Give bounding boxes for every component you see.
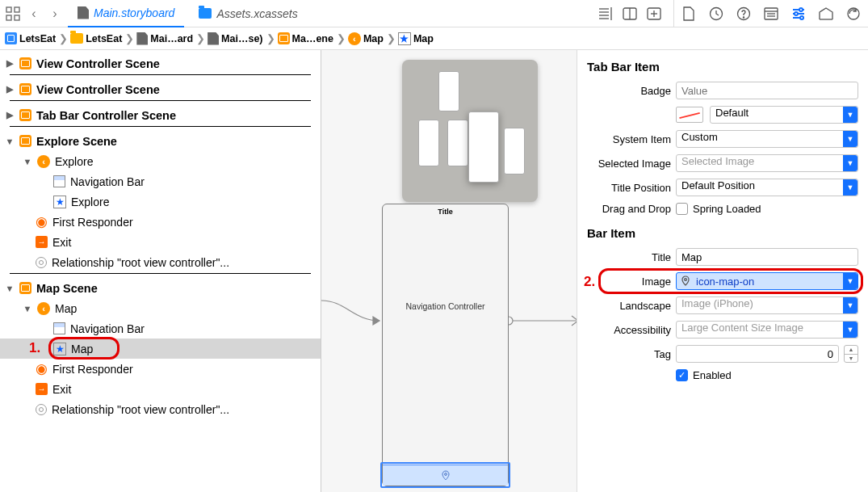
outline-row-first-responder[interactable]: ◉First Responder bbox=[0, 212, 321, 232]
outline-row-map-item[interactable]: ★Map 1. bbox=[0, 339, 321, 359]
chevron-down-icon: ▼ bbox=[843, 107, 858, 123]
star-icon: ★ bbox=[398, 32, 411, 45]
tag-stepper[interactable]: ▲▼ bbox=[844, 345, 858, 363]
crumb-controller[interactable]: Map bbox=[363, 33, 384, 44]
device-tabbar[interactable] bbox=[383, 465, 508, 486]
nav-back-icon[interactable]: ‹ bbox=[26, 6, 42, 22]
outline-row-first-responder-map[interactable]: ◉First Responder bbox=[0, 359, 321, 379]
outline-row-exit-map[interactable]: Exit bbox=[0, 379, 321, 399]
scene-icon bbox=[19, 135, 31, 147]
outline-label: Exit bbox=[52, 236, 71, 249]
select-placeholder: Selected Image bbox=[681, 155, 754, 167]
outline-row-tabbarscene[interactable]: ▶Tab Bar Controller Scene bbox=[0, 105, 321, 125]
crumb-item[interactable]: Map bbox=[413, 33, 434, 44]
label-badge: Badge bbox=[587, 85, 671, 97]
stepper-up-icon[interactable]: ▲ bbox=[845, 346, 858, 355]
outline-label: Exit bbox=[52, 383, 71, 396]
selected-image-select[interactable]: Selected Image▼ bbox=[676, 154, 858, 172]
device-titlebar: Title bbox=[383, 204, 508, 219]
chevron-down-icon: ▼ bbox=[843, 297, 858, 313]
label-tag: Tag bbox=[587, 348, 671, 360]
chevron-down-icon: ▼ bbox=[843, 273, 858, 289]
nav-forward-icon[interactable]: › bbox=[47, 6, 63, 22]
scene-icon bbox=[278, 32, 290, 44]
device-nav-controller-label: Navigation Controller bbox=[383, 301, 508, 311]
file-inspector-icon[interactable] bbox=[681, 6, 697, 22]
file-icon bbox=[136, 32, 148, 45]
outline-row-navbar-map[interactable]: Navigation Bar bbox=[0, 318, 321, 339]
outline-row-vcscene2[interactable]: ▶View Controller Scene bbox=[0, 79, 321, 99]
spring-loaded-label: Spring Loaded bbox=[693, 203, 761, 215]
history-inspector-icon[interactable] bbox=[708, 6, 724, 22]
related-items-icon[interactable] bbox=[5, 6, 21, 22]
outline-row-mapscene[interactable]: ▼Map Scene bbox=[0, 278, 321, 298]
outline-row-navbar-explore[interactable]: Navigation Bar bbox=[0, 171, 321, 191]
controller-icon: ‹ bbox=[37, 155, 50, 168]
outline-row-relationship-map[interactable]: Relationship "root view controller"... bbox=[0, 399, 321, 419]
document-outline[interactable]: ▶View Controller Scene ▶View Controller … bbox=[0, 50, 321, 492]
adjust-editor-icon[interactable] bbox=[622, 6, 638, 22]
identity-inspector-icon[interactable] bbox=[763, 6, 779, 22]
controller-icon: ‹ bbox=[348, 32, 361, 45]
outline-label: Navigation Bar bbox=[70, 322, 145, 335]
outline-row-map[interactable]: ▼‹Map bbox=[0, 298, 321, 318]
map-pin-icon bbox=[440, 470, 451, 481]
crumb-file[interactable]: Mai…ard bbox=[150, 33, 193, 44]
image-select[interactable]: icon-map-on ⊖ ▼ bbox=[676, 272, 858, 290]
select-placeholder: Image (iPhone) bbox=[681, 297, 753, 309]
tab-main-storyboard[interactable]: Main.storyboard bbox=[68, 0, 184, 27]
label-accessibility: Accessibility bbox=[587, 324, 671, 336]
outline-row-exit[interactable]: Exit bbox=[0, 232, 321, 252]
stepper-down-icon[interactable]: ▼ bbox=[845, 355, 858, 363]
spring-loaded-checkbox[interactable] bbox=[676, 203, 688, 215]
system-item-select[interactable]: Custom▼ bbox=[676, 130, 858, 148]
title-input[interactable] bbox=[676, 248, 858, 266]
file-icon bbox=[208, 32, 219, 45]
outline-label: View Controller Scene bbox=[36, 57, 160, 70]
badge-style-select[interactable]: Default▼ bbox=[710, 106, 858, 124]
select-value: Default bbox=[715, 107, 748, 119]
chevron-down-icon: ▼ bbox=[843, 131, 858, 147]
star-icon: ★ bbox=[53, 343, 66, 355]
outline-row-relationship[interactable]: Relationship "root view controller"... bbox=[0, 252, 321, 272]
cube-icon: ◉ bbox=[36, 216, 48, 228]
outline-label: Map bbox=[55, 302, 77, 315]
storyboard-canvas[interactable]: Title Navigation Controller bbox=[321, 50, 577, 492]
tab-label: Assets.xcassets bbox=[216, 7, 297, 20]
crumb-folder[interactable]: LetsEat bbox=[86, 33, 122, 44]
outline-row-vcscene1[interactable]: ▶View Controller Scene bbox=[0, 53, 321, 74]
outline-label: Explore bbox=[71, 196, 109, 208]
tag-input[interactable] bbox=[676, 345, 839, 363]
scene-thumbnails[interactable] bbox=[402, 60, 538, 202]
device-frame[interactable]: Title Navigation Controller bbox=[382, 204, 509, 486]
outline-row-explore-item[interactable]: ★Explore bbox=[0, 191, 321, 212]
connections-inspector-icon[interactable] bbox=[845, 6, 862, 22]
label-landscape: Landscape bbox=[587, 300, 671, 312]
outline-row-explorescene[interactable]: ▼Explore Scene bbox=[0, 131, 321, 151]
crumb-base[interactable]: Mai…se) bbox=[221, 33, 262, 44]
navbar-icon bbox=[53, 175, 65, 187]
scene-icon bbox=[19, 109, 31, 121]
outline-label: View Controller Scene bbox=[36, 83, 160, 96]
outline-row-explore[interactable]: ▼‹Explore bbox=[0, 151, 321, 171]
size-inspector-icon[interactable] bbox=[818, 6, 834, 22]
section-bar-item: Bar Item bbox=[587, 226, 858, 240]
help-inspector-icon[interactable] bbox=[736, 6, 752, 22]
attributes-inspector-icon[interactable] bbox=[790, 6, 807, 22]
landscape-select[interactable]: Image (iPhone)▼ bbox=[676, 296, 858, 314]
jump-bar[interactable]: LetsEat❯ LetsEat❯ Mai…ard❯ Mai…se)❯ Ma…e… bbox=[0, 27, 868, 50]
chevron-down-icon: ▼ bbox=[843, 179, 858, 196]
scene-icon bbox=[19, 83, 31, 95]
enabled-checkbox[interactable]: ✓ bbox=[676, 369, 688, 381]
tab-assets[interactable]: Assets.xcassets bbox=[189, 0, 307, 27]
add-editor-icon[interactable] bbox=[646, 6, 662, 22]
editor-layout-icon[interactable] bbox=[598, 6, 614, 22]
badge-input[interactable] bbox=[676, 82, 858, 99]
crumb-scene[interactable]: Ma…ene bbox=[292, 33, 333, 44]
label-image: Image bbox=[587, 275, 671, 288]
accessibility-select[interactable]: Large Content Size Image▼ bbox=[676, 321, 858, 339]
crumb-project[interactable]: LetsEat bbox=[19, 33, 56, 44]
exit-icon bbox=[36, 383, 48, 395]
annotation-label-1: 1. bbox=[29, 340, 40, 356]
title-position-select[interactable]: Default Position▼ bbox=[676, 179, 858, 196]
